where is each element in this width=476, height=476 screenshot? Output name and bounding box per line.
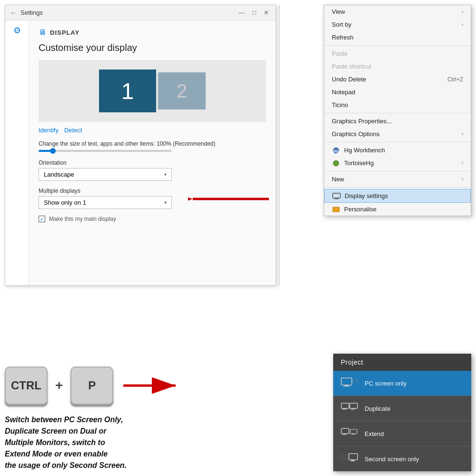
ctx-new[interactable]: New › bbox=[324, 173, 471, 186]
duplicate-label: Duplicate bbox=[365, 405, 390, 412]
red-arrow-left bbox=[188, 187, 274, 213]
svg-rect-18 bbox=[351, 409, 355, 410]
minimize-button[interactable]: — bbox=[237, 9, 247, 16]
ctx-sep-4 bbox=[324, 171, 471, 171]
duplicate-icon bbox=[341, 403, 358, 414]
back-button[interactable]: ← bbox=[10, 9, 17, 17]
customise-heading: Customise your display bbox=[39, 42, 266, 53]
ctx-display-inner: Display settings bbox=[332, 192, 388, 199]
svg-rect-22 bbox=[350, 429, 357, 434]
scale-slider[interactable] bbox=[39, 150, 172, 152]
svg-rect-14 bbox=[343, 408, 346, 409]
project-item-pc-screen[interactable]: PC screen only bbox=[333, 371, 471, 396]
ctx-paste-shortcut: Paste shortcut bbox=[324, 60, 471, 73]
svg-point-2 bbox=[333, 160, 339, 166]
ctx-display-settings[interactable]: Display settings bbox=[324, 189, 471, 203]
ctx-sort-by[interactable]: Sort by › bbox=[324, 18, 471, 31]
ctx-view-label: View bbox=[332, 8, 345, 15]
project-panel-header: Project bbox=[333, 354, 471, 371]
svg-rect-24 bbox=[351, 434, 355, 435]
svg-rect-16 bbox=[350, 403, 357, 408]
display-settings-icon bbox=[332, 193, 341, 199]
context-menu: View › Sort by › Refresh Paste Paste sho… bbox=[324, 5, 471, 216]
ctx-ticino-label: Ticino bbox=[332, 101, 348, 109]
ctx-graphics-options[interactable]: Graphics Options › bbox=[324, 128, 471, 140]
ctrl-key: CTRL bbox=[5, 367, 48, 405]
settings-sidebar: ⚙ bbox=[5, 20, 29, 285]
svg-rect-11 bbox=[343, 386, 350, 387]
title-bar: ← Settings — □ ✕ bbox=[5, 5, 276, 20]
project-item-duplicate[interactable]: Duplicate bbox=[333, 396, 471, 421]
multiple-displays-dropdown[interactable]: Show only on 1 ▾ bbox=[39, 196, 172, 209]
extend-label: Extend bbox=[365, 430, 384, 437]
ctx-paste-shortcut-label: Paste shortcut bbox=[332, 63, 371, 70]
window-controls: — □ ✕ bbox=[237, 9, 271, 16]
orientation-dropdown[interactable]: Landscape ▾ bbox=[39, 168, 172, 181]
svg-rect-17 bbox=[352, 408, 354, 409]
monitor-preview: 1 2 bbox=[39, 60, 266, 122]
settings-content: 🖥 DISPLAY Customise your display 1 2 Ide… bbox=[29, 20, 276, 285]
red-arrow-right bbox=[121, 374, 183, 397]
settings-window: ← Settings — □ ✕ ⚙ 🖥 DISPLAY Customise y… bbox=[5, 5, 276, 286]
ctx-hg-inner: Hg Hg Workbench bbox=[332, 147, 385, 154]
ctx-undo-shortcut: Ctrl+Z bbox=[447, 76, 463, 83]
multiple-displays-value: Show only on 1 bbox=[44, 199, 86, 206]
ctx-graphics-options-label: Graphics Options bbox=[332, 130, 379, 138]
monitor-2-box[interactable]: 2 bbox=[158, 72, 206, 109]
svg-rect-12 bbox=[353, 379, 357, 383]
svg-rect-21 bbox=[342, 435, 347, 435]
plus-sign: + bbox=[55, 378, 63, 393]
maximize-button[interactable]: □ bbox=[250, 9, 258, 16]
ctx-hg-workbench[interactable]: Hg Hg Workbench bbox=[324, 144, 471, 157]
second-screen-label: Second screen only bbox=[365, 456, 419, 463]
pc-screen-label: PC screen only bbox=[365, 380, 407, 387]
ctx-notepad[interactable]: Notepad bbox=[324, 86, 471, 99]
ctx-display-settings-label: Display settings bbox=[345, 192, 388, 199]
monitor-1-label: 1 bbox=[121, 78, 134, 104]
main-display-checkbox[interactable]: ✓ bbox=[39, 216, 45, 222]
ctx-paste-label: Paste bbox=[332, 50, 347, 57]
ctx-undo-delete[interactable]: Undo Delete Ctrl+Z bbox=[324, 73, 471, 86]
ctx-sep-5 bbox=[324, 187, 471, 188]
svg-rect-27 bbox=[351, 460, 354, 461]
identify-link[interactable]: Identify bbox=[39, 127, 59, 134]
ctx-personalise[interactable]: Personalise bbox=[324, 203, 471, 216]
detect-link[interactable]: Detect bbox=[64, 127, 82, 134]
ctx-personalise-label: Personalise bbox=[344, 206, 377, 213]
ctx-tortoisehg[interactable]: TortoiseHg › bbox=[324, 157, 471, 169]
vertical-divider bbox=[279, 5, 279, 286]
ctx-tortoisehg-arrow: › bbox=[462, 160, 463, 166]
orientation-value: Landscape bbox=[44, 171, 74, 178]
display-icon: 🖥 bbox=[39, 28, 46, 37]
second-screen-icon bbox=[341, 453, 358, 465]
ctx-new-label: New bbox=[332, 176, 344, 183]
p-key: P bbox=[70, 367, 113, 405]
hg-icon: Hg bbox=[332, 147, 340, 154]
ctx-view[interactable]: View › bbox=[324, 5, 471, 18]
ctx-ticino[interactable]: Ticino bbox=[324, 99, 471, 111]
pc-screen-icon bbox=[341, 377, 358, 389]
ctx-refresh[interactable]: Refresh bbox=[324, 31, 471, 44]
personalise-icon bbox=[332, 206, 340, 213]
svg-rect-23 bbox=[352, 434, 354, 434]
ctx-tortoise-inner: TortoiseHg bbox=[332, 159, 374, 167]
orientation-label: Orientation bbox=[39, 159, 266, 166]
project-item-second-screen[interactable]: Second screen only bbox=[333, 446, 471, 471]
ctx-undo-label: Undo Delete bbox=[332, 76, 366, 83]
ctx-graphics-properties[interactable]: Graphics Properties... bbox=[324, 115, 471, 128]
ctx-new-arrow: › bbox=[462, 177, 463, 182]
main-display-row: ✓ Make this my main display bbox=[39, 216, 266, 222]
svg-rect-9 bbox=[341, 378, 352, 385]
project-item-extend[interactable]: Extend bbox=[333, 421, 471, 446]
svg-rect-25 bbox=[341, 455, 348, 459]
description-text: Switch between PC Screen Only,Duplicate … bbox=[5, 414, 271, 471]
chevron-down-icon-2: ▾ bbox=[164, 200, 167, 205]
ctx-personalise-inner: Personalise bbox=[332, 206, 377, 213]
svg-rect-3 bbox=[333, 193, 340, 198]
identify-row: Identify Detect bbox=[39, 127, 266, 134]
ctx-sep-2 bbox=[324, 113, 471, 113]
close-button[interactable]: ✕ bbox=[262, 9, 271, 16]
svg-rect-13 bbox=[341, 403, 349, 408]
extend-icon bbox=[341, 428, 358, 439]
monitor-1-box[interactable]: 1 bbox=[99, 69, 156, 112]
